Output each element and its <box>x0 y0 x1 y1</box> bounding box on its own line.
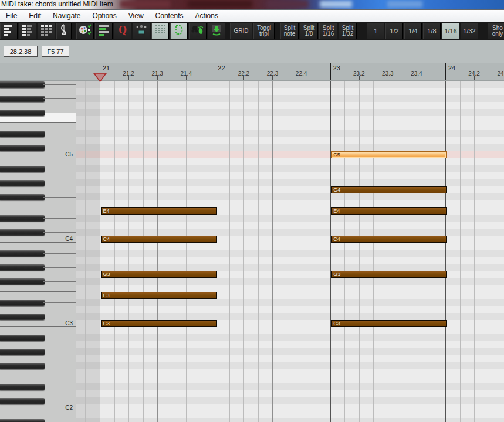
colorize-notes-icon <box>78 23 92 39</box>
menu-item-actions[interactable]: Actions <box>190 10 224 22</box>
white-key-separator <box>0 122 76 123</box>
menu-item-contents[interactable]: Contents <box>150 10 190 22</box>
piano-key-highlight-f5[interactable] <box>0 116 76 122</box>
split-note-button[interactable]: Split note <box>280 23 299 39</box>
split-1/8-button[interactable]: Split 1/8 <box>300 23 318 39</box>
midi-note-e3-m21[interactable]: E3 <box>101 292 217 299</box>
swing-grid-button[interactable] <box>170 23 188 39</box>
input-quantize-button[interactable] <box>189 23 207 39</box>
ruler-measure-line <box>215 63 215 81</box>
view-named-notes-button[interactable] <box>19 23 36 39</box>
midi-note-g3-m23[interactable]: G3 <box>331 271 447 278</box>
grid-button[interactable]: GRID <box>230 23 252 39</box>
piano-key-black-as3[interactable] <box>0 250 45 257</box>
octave-label-c4: C4 <box>65 236 73 242</box>
midi-note-e4-m21[interactable]: E4 <box>101 207 217 215</box>
grid-row-as5 <box>76 81 504 88</box>
menu-item-edit[interactable]: Edit <box>23 10 47 22</box>
grid-row-f4 <box>76 200 504 207</box>
midi-note-g4-m23[interactable]: G4 <box>331 186 447 193</box>
grid-toggle-button[interactable] <box>151 23 169 39</box>
menu-item-options[interactable]: Options <box>86 10 122 22</box>
edit-cursor-line[interactable] <box>100 81 100 422</box>
piano-key-black-ds3[interactable] <box>0 300 45 306</box>
grid-row-b2 <box>76 327 504 334</box>
piano-key-black-cs4[interactable] <box>0 229 45 236</box>
view-piano-roll-button[interactable] <box>0 23 18 39</box>
view-event-list-button[interactable] <box>38 23 55 39</box>
last-note-readout[interactable]: F5 77 <box>42 46 69 57</box>
titlebar-blur-patch <box>387 1 422 8</box>
midi-note-e4-m23[interactable]: E4 <box>331 207 447 215</box>
menu-item-navigate[interactable]: Navigate <box>47 10 86 22</box>
menu-item-view[interactable]: View <box>123 10 150 22</box>
grid-row-b1 <box>76 411 504 418</box>
position-readout[interactable]: 28.2.38 <box>4 46 38 57</box>
piano-key-black-cs3[interactable] <box>0 314 45 320</box>
piano-key-black-gs4[interactable] <box>0 180 45 186</box>
split-1/32-button[interactable]: Split 1/32 <box>339 23 357 39</box>
grid-row-gs5 <box>76 95 504 102</box>
colorize-notes-button[interactable] <box>76 23 94 39</box>
midi-note-c5-m23[interactable]: C5 <box>331 151 447 158</box>
piano-key-black-cs2[interactable] <box>0 398 45 404</box>
midi-note-c3-m21[interactable]: C3 <box>101 320 217 327</box>
piano-key-black-cs5[interactable] <box>0 145 45 151</box>
humanize-button[interactable] <box>133 23 150 39</box>
view-notation-button[interactable] <box>56 23 72 39</box>
piano-keyboard[interactable]: C5C4C3C2 <box>0 81 76 422</box>
grid-row-fs3 <box>76 278 504 285</box>
piano-key-black-gs3[interactable] <box>0 264 45 271</box>
piano-key-black-fs5[interactable] <box>0 110 45 116</box>
view-piano-roll-icon <box>2 23 16 39</box>
division-1-2-button[interactable]: 1/2 <box>385 23 403 39</box>
piano-key-black-ds4[interactable] <box>0 215 45 222</box>
piano-key-black-as2[interactable] <box>0 335 45 341</box>
titlebar-blur-patch <box>188 1 252 8</box>
midi-note-g3-m21[interactable]: G3 <box>101 271 217 278</box>
split-1/16-button[interactable]: Split 1/16 <box>319 23 337 39</box>
note-grid[interactable]: E4C4G3E3C3C5G4E4C4G3C3 <box>76 81 504 422</box>
quantize-icon: Q <box>116 23 130 39</box>
white-key-separator <box>0 158 76 158</box>
piano-key-black-fs3[interactable] <box>0 278 45 285</box>
piano-key-black-as1[interactable] <box>0 419 45 422</box>
toggl-tripl-button[interactable]: Toggl tripl <box>253 23 275 39</box>
division-1-32-button[interactable]: 1/32 <box>461 23 478 39</box>
step-input-button[interactable] <box>208 23 225 39</box>
show-only-button[interactable]: Sho only <box>488 23 504 39</box>
piano-key-black-as4[interactable] <box>0 166 45 172</box>
piano-key-black-as5[interactable] <box>0 81 45 88</box>
ruler-beat-tick <box>157 76 158 81</box>
edit-cursor-handle[interactable] <box>93 72 107 83</box>
swing-grid-icon <box>172 23 186 39</box>
white-key-separator <box>0 207 76 207</box>
midi-note-c4-m21[interactable]: C4 <box>101 236 217 243</box>
view-event-list-icon <box>39 23 53 39</box>
piano-key-black-gs2[interactable] <box>0 349 45 355</box>
grid-row-ds4 <box>76 215 504 222</box>
title-bar[interactable]: MIDI take: chords untitled MIDI item <box>0 0 504 9</box>
input-quantize-icon <box>191 23 205 39</box>
grid-row-b3 <box>76 243 504 250</box>
division-1-8-button[interactable]: 1/8 <box>423 23 441 39</box>
piano-key-black-fs2[interactable] <box>0 363 45 369</box>
ruler-measure-label: 24 <box>448 64 455 72</box>
division-1-16-button[interactable]: 1/16 <box>442 23 459 39</box>
division-1-button[interactable]: 1 <box>367 23 384 39</box>
grid-row-g5 <box>76 102 504 109</box>
piano-key-black-ds5[interactable] <box>0 131 45 137</box>
timeline-ruler[interactable]: 2121.221.321.42222.222.322.42323.223.323… <box>0 63 504 81</box>
piano-key-black-fs4[interactable] <box>0 194 45 200</box>
grid-row-ds3 <box>76 299 504 306</box>
midi-note-c4-m23[interactable]: C4 <box>331 236 447 243</box>
quantize-button[interactable]: Q <box>114 23 131 39</box>
white-key-separator <box>43 316 76 317</box>
piano-key-black-ds2[interactable] <box>0 384 45 390</box>
quantize-settings-button[interactable] <box>95 23 113 39</box>
menu-item-file[interactable]: File <box>0 10 23 22</box>
division-1-4-button[interactable]: 1/4 <box>404 23 422 39</box>
piano-key-black-gs5[interactable] <box>0 96 45 102</box>
midi-note-c3-m23[interactable]: C3 <box>331 320 447 327</box>
grid-row-fs5 <box>76 109 504 116</box>
